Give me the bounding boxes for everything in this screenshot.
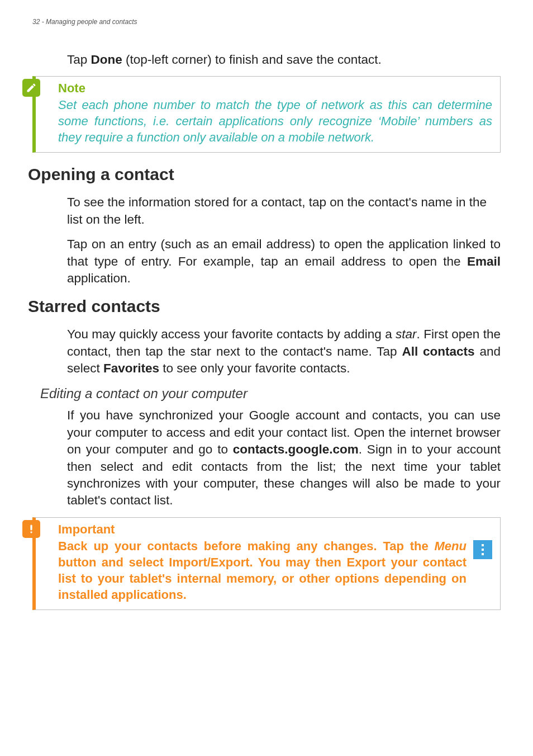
open-p1: To see the information stored for a cont… xyxy=(67,194,501,228)
important-title: Important xyxy=(58,522,492,537)
note-callout: Note Set each phone number to match the … xyxy=(32,76,501,153)
text: Tap xyxy=(67,53,91,67)
page-header: 32 - Managing people and contacts xyxy=(32,18,501,26)
text: Back up your contacts before making any … xyxy=(58,539,435,553)
exclamation-icon xyxy=(22,520,40,538)
pencil-icon xyxy=(22,79,40,97)
intro-paragraph: Tap Done (top-left corner) to finish and… xyxy=(67,51,501,68)
star-word: star xyxy=(396,327,417,341)
heading-opening-a-contact: Opening a contact xyxy=(28,165,501,184)
star-p1: You may quickly access your favorite con… xyxy=(67,326,501,377)
text: button and select Import/Export. You may… xyxy=(58,555,467,602)
pencil-icon-svg xyxy=(26,82,37,93)
heading-editing-contact-computer: Editing a contact on your computer xyxy=(40,386,501,401)
text: You may quickly access your favorite con… xyxy=(67,327,396,341)
text: to see only your favorite contacts. xyxy=(159,361,350,375)
done-label: Done xyxy=(91,53,122,67)
important-body: Back up your contacts before making any … xyxy=(58,538,467,603)
text: (top-left corner) to finish and save the… xyxy=(122,53,382,67)
open-p2: Tap on an entry (such as an email addres… xyxy=(67,236,501,287)
email-label: Email xyxy=(467,254,501,268)
text: Tap on an entry (such as an email addres… xyxy=(67,237,501,268)
menu-dots-icon xyxy=(473,540,492,559)
edit-p1: If you have synchronized your Google acc… xyxy=(67,407,501,509)
contacts-url: contacts.google.com xyxy=(233,442,359,456)
note-body: Set each phone number to match the type … xyxy=(58,97,492,145)
important-callout: Important Back up your contacts before m… xyxy=(32,517,501,610)
note-title: Note xyxy=(58,81,492,96)
all-contacts-label: All contacts xyxy=(402,344,474,358)
exclamation-icon-svg xyxy=(26,523,37,535)
text: application. xyxy=(67,271,131,285)
menu-word: Menu xyxy=(435,539,467,553)
favorites-label: Favorites xyxy=(103,361,159,375)
heading-starred-contacts: Starred contacts xyxy=(28,297,501,316)
svg-rect-0 xyxy=(30,525,32,530)
svg-rect-1 xyxy=(30,531,32,533)
